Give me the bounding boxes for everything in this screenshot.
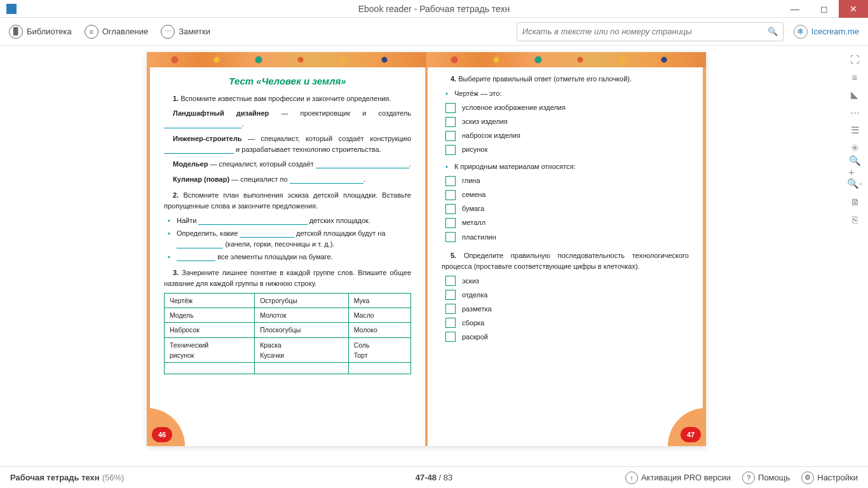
q4b-option-label: пластилин	[462, 232, 496, 243]
q3: 3. Зачеркните лишнее понятие в каждой гр…	[164, 268, 411, 289]
help-button[interactable]: ?Помощь	[742, 471, 790, 484]
sb-book-title: Рабочая тетрадь техн	[10, 473, 100, 482]
statusbar: Рабочая тетрадь техн (56%) 47-48 / 83 ↑А…	[0, 466, 868, 488]
q5-option-label: разметка	[462, 304, 492, 315]
settings-button[interactable]: ⚙Настройки	[801, 471, 858, 484]
list-icon[interactable]: ≡	[849, 71, 860, 83]
help-icon: ?	[742, 471, 755, 484]
q5-option-checkbox[interactable]	[445, 304, 456, 314]
search-input[interactable]	[522, 27, 763, 36]
pro-button[interactable]: ↑Активация PRO версии	[625, 471, 731, 484]
page-number-right: 47	[681, 427, 701, 442]
brightness-icon[interactable]: ✳	[849, 142, 860, 154]
page-decoration	[426, 52, 706, 67]
close-button[interactable]: ✕	[839, 0, 868, 18]
notes-button[interactable]: ⋯ Заметки	[161, 25, 210, 39]
q5-option-checkbox[interactable]	[445, 332, 456, 342]
q4b-option-checkbox[interactable]	[445, 232, 456, 242]
icecream-label: Icecream.me	[811, 27, 859, 36]
q4b-option-checkbox[interactable]	[445, 176, 456, 186]
content-area: Тест «Человек и земля» 1. Вспомните изве…	[0, 46, 868, 466]
search-box[interactable]: 🔍	[517, 22, 783, 41]
maximize-button[interactable]: ◻	[810, 0, 839, 18]
q4a-option-checkbox[interactable]	[445, 117, 456, 127]
fullscreen-icon[interactable]: ⛶	[849, 53, 860, 65]
q4a-option-label: условное изображение изделия	[462, 102, 566, 113]
q4b-option-row: глина	[442, 175, 689, 186]
page-decoration	[147, 52, 426, 67]
library-label: Библиотека	[27, 27, 72, 36]
q4a-option-row: эскиз изделия	[442, 116, 689, 127]
app-icon	[6, 4, 17, 14]
q4b-option-row: пластилин	[442, 232, 689, 243]
q4a-option-checkbox[interactable]	[445, 131, 456, 141]
window-title: Ebook reader - Рабочая тетрадь техн	[358, 4, 510, 14]
q5-option-row: раскрой	[442, 332, 689, 342]
toc-label: Оглавление	[102, 27, 148, 36]
search-icon[interactable]: 🔍	[768, 27, 778, 36]
reader-area[interactable]: Тест «Человек и земля» 1. Вспомните изве…	[0, 46, 868, 466]
q4a-option-row: условное изображение изделия	[442, 102, 689, 113]
bookmark-icon[interactable]: ◣	[849, 89, 860, 100]
q4b-option-row: семена	[442, 189, 689, 200]
q4a-option-label: набросок изделия	[462, 130, 520, 141]
q4a-option-label: эскиз изделия	[462, 116, 508, 127]
right-toolbar: ⛶ ≡ ◣ ⋯ ☰ ✳ 🔍+ 🔍- 🗎 ⎘	[846, 53, 863, 225]
gear-icon: ⚙	[801, 471, 814, 484]
test-title: Тест «Человек и земля»	[164, 74, 411, 88]
q5-option-row: эскиз	[442, 276, 689, 287]
up-arrow-icon: ↑	[625, 471, 638, 484]
page-right: 4. Выберите правильный ответ (отметьте е…	[426, 52, 706, 446]
q5-option-label: раскрой	[462, 332, 488, 342]
save-icon[interactable]: ⎘	[849, 214, 860, 225]
q5-option-label: отделка	[462, 290, 487, 301]
q1-def2: Инженер-строитель — специалист, который …	[164, 133, 411, 155]
minimize-button[interactable]: —	[780, 0, 810, 18]
q5: 5. Определите правильную последовательно…	[442, 250, 689, 272]
q1-def1: Ландшафтный дизайнер — проектировщик и с…	[164, 108, 411, 130]
icecream-icon: ❄	[794, 25, 808, 39]
q2-bullet3: все элементы площадки на бумаге.	[164, 252, 411, 262]
chat-icon: ⋯	[161, 25, 175, 39]
q1-def3: Модельер — специалист, который создаёт .	[164, 159, 411, 170]
q5-option-checkbox[interactable]	[445, 290, 456, 300]
sb-pages: 47-48 / 83	[416, 473, 453, 482]
sb-progress: (56%)	[102, 473, 125, 482]
q4a-head: Чертёж — это:	[442, 88, 689, 99]
q4a-option-row: набросок изделия	[442, 130, 689, 141]
notes-label: Заметки	[179, 27, 210, 36]
q5-option-label: эскиз	[462, 276, 479, 287]
q5-option-checkbox[interactable]	[445, 276, 456, 286]
icecream-link[interactable]: ❄ Icecream.me	[794, 25, 859, 39]
zoom-in-icon[interactable]: 🔍+	[849, 160, 860, 172]
q4a-option-checkbox[interactable]	[445, 103, 456, 113]
page-content: 4. Выберите правильный ответ (отметьте е…	[426, 67, 706, 446]
columns-icon[interactable]: ☰	[849, 125, 860, 136]
note-icon[interactable]: ⋯	[849, 107, 860, 118]
q4a-option-checkbox[interactable]	[445, 145, 456, 155]
q2-bullet2: Определить, какие детской площадки будут…	[164, 228, 411, 250]
q2-bullet1: Найти детских площадок.	[164, 215, 411, 226]
book-icon: ▉	[9, 25, 23, 39]
q4b-option-row: бумага	[442, 203, 689, 214]
page-number-left: 46	[152, 427, 172, 442]
q4b-option-label: семена	[462, 189, 486, 200]
window-controls: — ◻ ✕	[780, 0, 868, 18]
q5-option-row: сборка	[442, 318, 689, 329]
library-button[interactable]: ▉ Библиотека	[9, 25, 72, 39]
q4a-option-label: рисунок	[462, 144, 487, 155]
q2: 2. Вспомните план выполнения эскиза детс…	[164, 190, 411, 212]
q5-option-checkbox[interactable]	[445, 318, 456, 328]
q4b-option-checkbox[interactable]	[445, 190, 456, 200]
zoom-out-icon[interactable]: 🔍-	[849, 178, 860, 189]
q4b-option-checkbox[interactable]	[445, 204, 456, 214]
q1: 1. Вспомните известные вам профессии и з…	[164, 93, 411, 104]
q4b-option-checkbox[interactable]	[445, 218, 456, 228]
file-icon[interactable]: 🗎	[849, 196, 860, 207]
q4b-option-row: металл	[442, 217, 689, 228]
q5-option-row: отделка	[442, 290, 689, 301]
word-table: ЧертёжОстрогубцыМука МодельМолотокМасло …	[164, 293, 411, 374]
q4b-option-label: бумага	[462, 203, 484, 214]
q5-option-row: разметка	[442, 304, 689, 315]
toc-button[interactable]: ≡ Оглавление	[85, 25, 148, 39]
